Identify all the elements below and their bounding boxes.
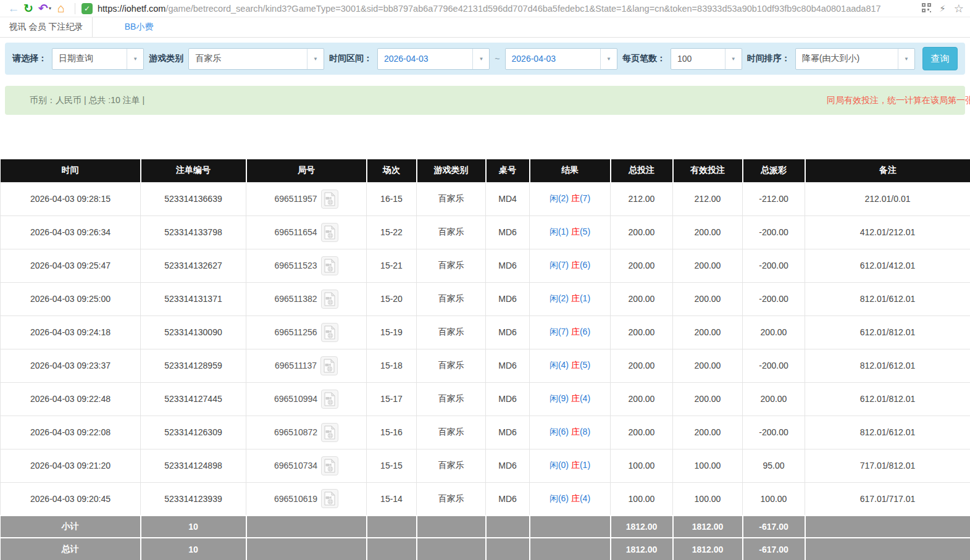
cell-session: 16-15 bbox=[367, 182, 417, 215]
column-header-result: 结果 bbox=[530, 159, 611, 182]
cell-time: 2026-04-03 09:20:45 bbox=[1, 482, 141, 516]
undo-dropdown-icon[interactable]: ▾ bbox=[49, 6, 51, 11]
video-replay-icon[interactable] bbox=[321, 456, 338, 475]
game-type-select[interactable]: 百家乐 ▼ bbox=[188, 48, 324, 70]
column-header-bet-id: 注单编号 bbox=[141, 159, 246, 182]
cell-table-no: MD6 bbox=[486, 349, 530, 382]
result-player: 闲(0) bbox=[550, 460, 569, 470]
cell-bet-id: 523314131371 bbox=[141, 282, 246, 316]
cell-time: 2026-04-03 09:28:15 bbox=[1, 182, 141, 215]
cell-total-bet[interactable]: 200.00 bbox=[611, 316, 673, 349]
cell-session: 15-14 bbox=[367, 482, 417, 516]
cell-session: 15-20 bbox=[367, 282, 417, 316]
date-from-picker[interactable]: 2026-04-03 ▼ bbox=[377, 48, 490, 70]
cell-round: 696511382 bbox=[246, 282, 367, 316]
round-number: 696511957 bbox=[274, 194, 317, 204]
refresh-icon[interactable]: ↻ bbox=[21, 1, 36, 16]
round-number: 696511137 bbox=[275, 361, 317, 370]
subtotal-valid-bet: 1812.00 bbox=[673, 516, 743, 538]
home-icon[interactable]: ⌂ bbox=[54, 1, 69, 16]
cell-session: 15-18 bbox=[367, 349, 417, 382]
cell-round: 696510619 bbox=[246, 482, 367, 516]
round-number-wrap: 696511654 bbox=[274, 223, 338, 242]
cell-payout: 95.00 bbox=[743, 449, 805, 482]
video-replay-icon[interactable] bbox=[320, 356, 338, 375]
cell-total-bet[interactable]: 200.00 bbox=[611, 382, 673, 416]
cell-payout: 100.00 bbox=[743, 482, 805, 516]
cell-total-bet[interactable]: 212.00 bbox=[611, 182, 673, 215]
qr-code-icon[interactable] bbox=[922, 3, 931, 14]
result-banker-score: (7) bbox=[580, 193, 590, 203]
address-bar[interactable]: https://iohetf.com/game/betrecord_search… bbox=[98, 4, 917, 14]
result-player: 闲(6) bbox=[550, 427, 569, 437]
cell-table-no: MD6 bbox=[486, 416, 530, 449]
table-row: 2026-04-03 09:26:34523314133798696511654… bbox=[1, 215, 970, 249]
result-banker-score: (4) bbox=[580, 393, 590, 403]
cell-round: 696511957 bbox=[246, 182, 367, 215]
cell-time: 2026-04-03 09:24:18 bbox=[1, 316, 141, 349]
subtotal-label: 小计 bbox=[1, 516, 141, 538]
video-replay-icon[interactable] bbox=[321, 256, 338, 275]
result-banker: 庄 bbox=[569, 360, 580, 370]
video-replay-icon[interactable] bbox=[321, 323, 338, 342]
cell-remark: 612.01/412.01 bbox=[805, 249, 970, 282]
cell-valid-bet: 100.00 bbox=[673, 482, 743, 516]
result-player: 闲(6) bbox=[550, 493, 569, 503]
cell-valid-bet: 200.00 bbox=[673, 249, 743, 282]
cell-total-bet[interactable]: 200.00 bbox=[611, 215, 673, 249]
result-banker-score: (5) bbox=[580, 227, 590, 236]
result-player: 闲(4) bbox=[550, 360, 569, 370]
cell-remark: 412.01/212.01 bbox=[805, 215, 970, 249]
cell-total-bet[interactable]: 200.00 bbox=[611, 249, 673, 282]
cell-total-bet[interactable]: 200.00 bbox=[611, 416, 673, 449]
video-replay-icon[interactable] bbox=[321, 390, 338, 409]
bookmark-star-icon[interactable]: ☆ bbox=[954, 2, 964, 15]
back-icon[interactable]: ← bbox=[6, 1, 21, 16]
cell-time: 2026-04-03 09:25:00 bbox=[1, 282, 141, 316]
cell-total-bet[interactable]: 100.00 bbox=[611, 449, 673, 482]
cell-valid-bet: 200.00 bbox=[673, 416, 743, 449]
video-replay-icon[interactable] bbox=[321, 489, 338, 508]
tab-bet-records[interactable]: 视讯 会员 下注纪录 bbox=[0, 17, 93, 37]
cell-game-type: 百家乐 bbox=[417, 215, 486, 249]
result-banker-score: (1) bbox=[580, 293, 590, 303]
cell-bet-id: 523314128959 bbox=[141, 349, 246, 382]
security-shield-icon[interactable]: ✓ bbox=[82, 3, 93, 14]
cell-valid-bet: 200.00 bbox=[673, 282, 743, 316]
video-replay-icon[interactable] bbox=[321, 423, 338, 442]
round-number-wrap: 696510734 bbox=[274, 456, 338, 475]
cell-total-bet[interactable]: 200.00 bbox=[611, 349, 673, 382]
header-row: 时间注单编号局号场次游戏类别桌号结果总投注有效投注总派彩备注 bbox=[1, 159, 970, 182]
table-row: 2026-04-03 09:25:47523314132627696511523… bbox=[1, 249, 970, 282]
cell-time: 2026-04-03 09:22:08 bbox=[1, 416, 141, 449]
table-row: 2026-04-03 09:22:08523314126309696510872… bbox=[1, 416, 970, 449]
choose-label: 请选择： bbox=[12, 53, 47, 64]
subtotal-row: 小计 10 1812.00 1812.00 -617.00 bbox=[1, 516, 970, 538]
per-page-select[interactable]: 100 ▼ bbox=[671, 48, 742, 70]
query-type-select[interactable]: 日期查询 ▼ bbox=[52, 48, 144, 70]
table-row: 2026-04-03 09:20:45523314123939696510619… bbox=[1, 482, 970, 516]
game-type-label: 游戏类别 bbox=[149, 53, 183, 64]
cell-game-type: 百家乐 bbox=[417, 182, 486, 215]
cell-remark: 617.01/717.01 bbox=[805, 482, 970, 516]
date-to-picker[interactable]: 2026-04-03 ▼ bbox=[505, 48, 617, 70]
column-header-valid-bet: 有效投注 bbox=[673, 159, 743, 182]
lightning-icon[interactable]: ⚡ bbox=[939, 3, 946, 14]
cell-table-no: MD6 bbox=[486, 482, 530, 516]
tab-bb-tip[interactable]: BB小费 bbox=[93, 17, 185, 37]
total-empty bbox=[530, 538, 611, 560]
cell-valid-bet: 200.00 bbox=[673, 215, 743, 249]
cell-total-bet[interactable]: 200.00 bbox=[611, 282, 673, 316]
video-replay-icon[interactable] bbox=[321, 223, 338, 242]
video-replay-icon[interactable] bbox=[321, 290, 338, 309]
chevron-down-icon: ▼ bbox=[600, 49, 617, 69]
cell-result: 闲(1) 庄(5) bbox=[530, 215, 611, 249]
cell-remark: 812.01/612.01 bbox=[805, 282, 970, 316]
video-replay-icon[interactable] bbox=[321, 190, 338, 209]
cell-total-bet[interactable]: 100.00 bbox=[611, 482, 673, 516]
sort-select[interactable]: 降幂(由大到小) ▼ bbox=[795, 48, 915, 70]
subtotal-empty bbox=[417, 516, 486, 538]
url-path: /game/betrecord_search/kind3?GameType=30… bbox=[165, 4, 880, 14]
cell-session: 15-15 bbox=[367, 449, 417, 482]
search-button[interactable]: 查询 bbox=[922, 47, 958, 70]
